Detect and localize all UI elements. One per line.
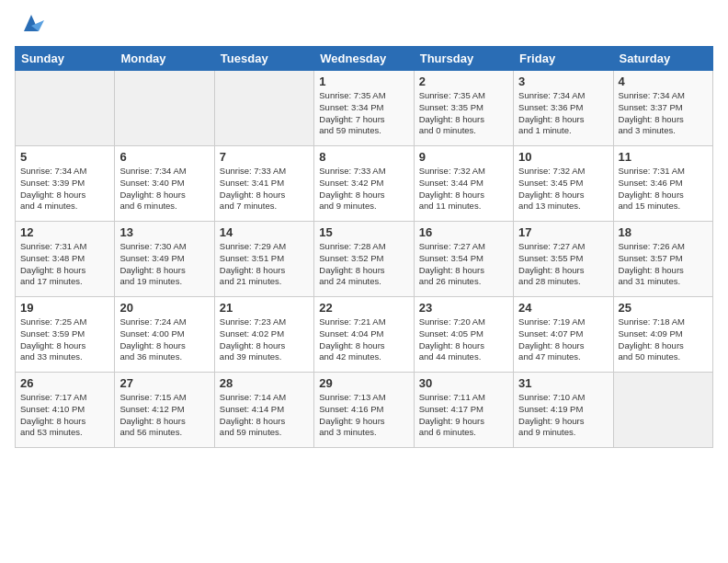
day-number: 28 xyxy=(220,376,309,390)
day-number: 26 xyxy=(20,376,109,390)
main-container: SundayMondayTuesdayWednesdayThursdayFrid… xyxy=(0,0,728,455)
calendar-cell xyxy=(214,71,313,146)
day-info: Sunrise: 7:33 AM Sunset: 3:41 PM Dayligh… xyxy=(220,166,309,213)
day-info: Sunrise: 7:15 AM Sunset: 4:12 PM Dayligh… xyxy=(119,392,209,439)
day-number: 15 xyxy=(319,225,408,239)
calendar-cell: 22Sunrise: 7:21 AM Sunset: 4:04 PM Dayli… xyxy=(314,297,414,373)
day-info: Sunrise: 7:34 AM Sunset: 3:40 PM Dayligh… xyxy=(119,166,209,213)
day-info: Sunrise: 7:27 AM Sunset: 3:54 PM Dayligh… xyxy=(419,241,508,288)
day-number: 13 xyxy=(119,225,209,239)
day-info: Sunrise: 7:18 AM Sunset: 4:09 PM Dayligh… xyxy=(619,316,708,363)
day-number: 27 xyxy=(119,376,209,390)
calendar-cell: 27Sunrise: 7:15 AM Sunset: 4:12 PM Dayli… xyxy=(115,373,214,448)
calendar-cell: 7Sunrise: 7:33 AM Sunset: 3:41 PM Daylig… xyxy=(214,146,313,222)
day-number: 3 xyxy=(518,75,608,88)
weekday-header: Wednesday xyxy=(314,47,414,71)
logo xyxy=(15,11,44,37)
day-info: Sunrise: 7:26 AM Sunset: 3:57 PM Dayligh… xyxy=(619,241,708,288)
weekday-header: Saturday xyxy=(613,47,712,71)
calendar-cell: 14Sunrise: 7:29 AM Sunset: 3:51 PM Dayli… xyxy=(214,222,313,297)
weekday-header: Sunday xyxy=(16,47,115,71)
day-number: 16 xyxy=(419,225,508,239)
calendar-cell: 30Sunrise: 7:11 AM Sunset: 4:17 PM Dayli… xyxy=(414,373,513,448)
calendar-cell: 4Sunrise: 7:34 AM Sunset: 3:37 PM Daylig… xyxy=(613,71,712,146)
calendar-cell: 11Sunrise: 7:31 AM Sunset: 3:46 PM Dayli… xyxy=(613,146,712,222)
day-info: Sunrise: 7:10 AM Sunset: 4:19 PM Dayligh… xyxy=(518,392,608,439)
day-number: 4 xyxy=(619,75,708,88)
day-info: Sunrise: 7:33 AM Sunset: 3:42 PM Dayligh… xyxy=(319,166,408,213)
day-number: 31 xyxy=(518,376,608,390)
calendar-cell: 12Sunrise: 7:31 AM Sunset: 3:48 PM Dayli… xyxy=(16,222,115,297)
header xyxy=(15,11,713,37)
calendar-cell: 5Sunrise: 7:34 AM Sunset: 3:39 PM Daylig… xyxy=(16,146,115,222)
day-number: 19 xyxy=(20,301,109,315)
calendar-cell: 29Sunrise: 7:13 AM Sunset: 4:16 PM Dayli… xyxy=(314,373,414,448)
calendar-cell: 16Sunrise: 7:27 AM Sunset: 3:54 PM Dayli… xyxy=(414,222,513,297)
weekday-header: Thursday xyxy=(414,47,513,71)
day-number: 17 xyxy=(518,225,608,239)
day-info: Sunrise: 7:13 AM Sunset: 4:16 PM Dayligh… xyxy=(319,392,408,439)
day-number: 5 xyxy=(20,150,109,164)
day-number: 11 xyxy=(619,150,708,164)
day-number: 6 xyxy=(119,150,209,164)
calendar-table: SundayMondayTuesdayWednesdayThursdayFrid… xyxy=(15,46,713,448)
day-number: 14 xyxy=(220,225,309,239)
day-info: Sunrise: 7:23 AM Sunset: 4:02 PM Dayligh… xyxy=(220,316,309,363)
calendar-cell: 13Sunrise: 7:30 AM Sunset: 3:49 PM Dayli… xyxy=(115,222,214,297)
day-info: Sunrise: 7:24 AM Sunset: 4:00 PM Dayligh… xyxy=(119,316,209,363)
calendar-header-row: SundayMondayTuesdayWednesdayThursdayFrid… xyxy=(16,47,713,71)
calendar-cell: 28Sunrise: 7:14 AM Sunset: 4:14 PM Dayli… xyxy=(214,373,313,448)
calendar-cell xyxy=(613,373,712,448)
logo-icon xyxy=(18,11,44,37)
calendar-week-row: 19Sunrise: 7:25 AM Sunset: 3:59 PM Dayli… xyxy=(16,297,713,373)
calendar-cell: 17Sunrise: 7:27 AM Sunset: 3:55 PM Dayli… xyxy=(514,222,613,297)
day-number: 30 xyxy=(419,376,508,390)
weekday-header: Friday xyxy=(514,47,613,71)
day-info: Sunrise: 7:29 AM Sunset: 3:51 PM Dayligh… xyxy=(220,241,309,288)
day-number: 9 xyxy=(419,150,508,164)
calendar-cell: 19Sunrise: 7:25 AM Sunset: 3:59 PM Dayli… xyxy=(16,297,115,373)
calendar-cell: 2Sunrise: 7:35 AM Sunset: 3:35 PM Daylig… xyxy=(414,71,513,146)
day-info: Sunrise: 7:32 AM Sunset: 3:44 PM Dayligh… xyxy=(419,166,508,213)
day-number: 10 xyxy=(518,150,608,164)
calendar-cell: 20Sunrise: 7:24 AM Sunset: 4:00 PM Dayli… xyxy=(115,297,214,373)
day-info: Sunrise: 7:30 AM Sunset: 3:49 PM Dayligh… xyxy=(119,241,209,288)
day-info: Sunrise: 7:35 AM Sunset: 3:35 PM Dayligh… xyxy=(419,90,508,137)
calendar-week-row: 5Sunrise: 7:34 AM Sunset: 3:39 PM Daylig… xyxy=(16,146,713,222)
day-info: Sunrise: 7:19 AM Sunset: 4:07 PM Dayligh… xyxy=(518,316,608,363)
calendar-cell: 3Sunrise: 7:34 AM Sunset: 3:36 PM Daylig… xyxy=(514,71,613,146)
calendar-cell: 15Sunrise: 7:28 AM Sunset: 3:52 PM Dayli… xyxy=(314,222,414,297)
day-number: 23 xyxy=(419,301,508,315)
calendar-cell: 31Sunrise: 7:10 AM Sunset: 4:19 PM Dayli… xyxy=(514,373,613,448)
day-number: 8 xyxy=(319,150,408,164)
day-info: Sunrise: 7:31 AM Sunset: 3:48 PM Dayligh… xyxy=(20,241,109,288)
day-number: 1 xyxy=(319,75,408,88)
calendar-cell: 9Sunrise: 7:32 AM Sunset: 3:44 PM Daylig… xyxy=(414,146,513,222)
day-number: 21 xyxy=(220,301,309,315)
day-info: Sunrise: 7:34 AM Sunset: 3:39 PM Dayligh… xyxy=(20,166,109,213)
day-number: 24 xyxy=(518,301,608,315)
calendar-cell: 26Sunrise: 7:17 AM Sunset: 4:10 PM Dayli… xyxy=(16,373,115,448)
day-info: Sunrise: 7:25 AM Sunset: 3:59 PM Dayligh… xyxy=(20,316,109,363)
calendar-cell xyxy=(115,71,214,146)
day-info: Sunrise: 7:31 AM Sunset: 3:46 PM Dayligh… xyxy=(619,166,708,213)
calendar-body: 1Sunrise: 7:35 AM Sunset: 3:34 PM Daylig… xyxy=(16,71,713,448)
calendar-week-row: 12Sunrise: 7:31 AM Sunset: 3:48 PM Dayli… xyxy=(16,222,713,297)
day-info: Sunrise: 7:17 AM Sunset: 4:10 PM Dayligh… xyxy=(20,392,109,439)
day-number: 25 xyxy=(619,301,708,315)
day-info: Sunrise: 7:34 AM Sunset: 3:36 PM Dayligh… xyxy=(518,90,608,137)
day-info: Sunrise: 7:27 AM Sunset: 3:55 PM Dayligh… xyxy=(518,241,608,288)
weekday-header: Monday xyxy=(115,47,214,71)
calendar-week-row: 1Sunrise: 7:35 AM Sunset: 3:34 PM Daylig… xyxy=(16,71,713,146)
calendar-cell: 24Sunrise: 7:19 AM Sunset: 4:07 PM Dayli… xyxy=(514,297,613,373)
day-info: Sunrise: 7:32 AM Sunset: 3:45 PM Dayligh… xyxy=(518,166,608,213)
calendar-cell: 21Sunrise: 7:23 AM Sunset: 4:02 PM Dayli… xyxy=(214,297,313,373)
calendar-cell: 18Sunrise: 7:26 AM Sunset: 3:57 PM Dayli… xyxy=(613,222,712,297)
calendar-cell: 10Sunrise: 7:32 AM Sunset: 3:45 PM Dayli… xyxy=(514,146,613,222)
day-info: Sunrise: 7:14 AM Sunset: 4:14 PM Dayligh… xyxy=(220,392,309,439)
day-info: Sunrise: 7:35 AM Sunset: 3:34 PM Dayligh… xyxy=(319,90,408,137)
day-number: 7 xyxy=(220,150,309,164)
day-number: 12 xyxy=(20,225,109,239)
day-number: 20 xyxy=(119,301,209,315)
day-info: Sunrise: 7:28 AM Sunset: 3:52 PM Dayligh… xyxy=(319,241,408,288)
